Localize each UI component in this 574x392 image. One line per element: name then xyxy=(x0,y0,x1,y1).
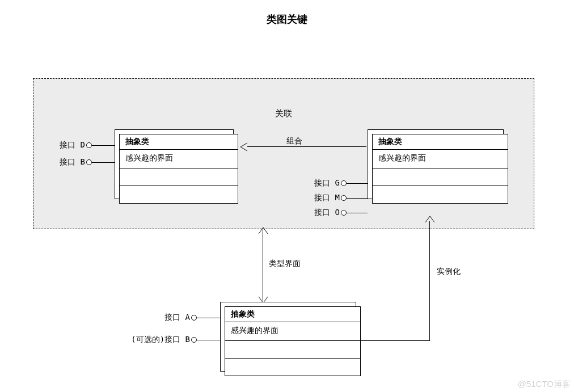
interface-lollipop-g: 接口 G xyxy=(341,180,368,186)
lollipop-circle-icon xyxy=(191,337,197,343)
edge-instantiate-label: 实例化 xyxy=(437,267,461,277)
class-right-header: 抽象类 xyxy=(373,134,508,150)
class-box-left: 抽象类 感兴趣的界面 xyxy=(119,134,238,204)
class-left-section1: 感兴趣的界面 xyxy=(120,150,238,168)
interface-label-a: 接口 A xyxy=(164,313,191,323)
interface-label-opt-b: (可选的)接口 B xyxy=(131,335,191,345)
lollipop-circle-icon xyxy=(341,210,347,216)
class-bottom-section2 xyxy=(225,341,360,359)
interface-lollipop-d: 接口 D xyxy=(86,142,115,148)
class-right-section1: 感兴趣的界面 xyxy=(373,150,508,168)
class-bottom-section1: 感兴趣的界面 xyxy=(225,322,360,341)
interface-lollipop-a: 接口 A xyxy=(191,315,220,321)
arrowhead-open-up-icon xyxy=(424,214,436,225)
arrowhead-open-up-icon xyxy=(258,226,269,236)
lollipop-circle-icon xyxy=(86,159,92,165)
interface-label-o: 接口 O xyxy=(314,208,341,218)
class-box-bottom: 抽象类 感兴趣的界面 xyxy=(225,306,361,376)
interface-lollipop-m: 接口 M xyxy=(341,195,368,201)
class-right-section2 xyxy=(373,168,508,186)
lollipop-circle-icon xyxy=(86,142,92,148)
class-right-section3 xyxy=(373,186,508,203)
class-left-header: 抽象类 xyxy=(120,134,238,150)
lollipop-circle-icon xyxy=(341,195,347,201)
diagram-title: 类图关键 xyxy=(0,12,574,26)
watermark: @51CTO博客 xyxy=(518,379,571,390)
lollipop-circle-icon xyxy=(191,315,197,321)
class-left-section3 xyxy=(120,186,238,203)
interface-lollipop-o: 接口 O xyxy=(341,210,368,216)
edge-compose-label: 组合 xyxy=(286,136,302,146)
arrowhead-open-left-icon xyxy=(238,142,250,152)
edge-type-interface-label: 类型界面 xyxy=(269,259,301,269)
class-bottom-header: 抽象类 xyxy=(225,307,360,322)
interface-label-m: 接口 M xyxy=(314,193,341,203)
association-label: 关联 xyxy=(33,108,534,119)
class-box-right: 抽象类 感兴趣的界面 xyxy=(372,134,508,204)
class-left-section2 xyxy=(120,168,238,186)
lollipop-circle-icon xyxy=(341,180,347,186)
interface-lollipop-opt-b: (可选的)接口 B xyxy=(191,337,220,343)
interface-lollipop-b: 接口 B xyxy=(86,159,115,165)
class-bottom-section3 xyxy=(225,359,360,376)
diagram-canvas: 类图关键 关联 抽象类 感兴趣的界面 接口 D 接口 B 抽象类 xyxy=(0,0,574,392)
interface-label-b: 接口 B xyxy=(60,157,86,167)
interface-label-g: 接口 G xyxy=(314,178,341,188)
interface-label-d: 接口 D xyxy=(60,140,86,150)
